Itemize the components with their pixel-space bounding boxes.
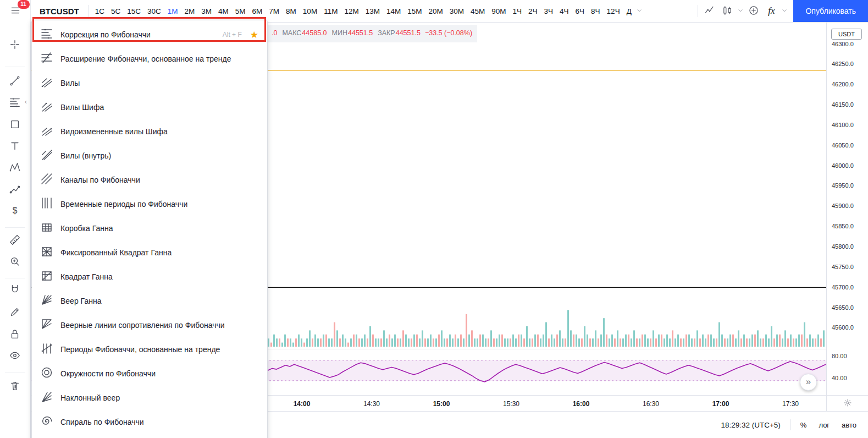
menu-item-label: Коробка Ганна — [60, 224, 113, 233]
tool-drawing-lock[interactable] — [4, 303, 26, 322]
menu-item-sloped-fan[interactable]: Наклонный веер — [32, 386, 267, 410]
timeframe-Д[interactable]: Д — [623, 3, 635, 19]
tool-ruler[interactable] — [4, 231, 26, 250]
gann-box-icon — [40, 221, 53, 236]
timeframe-5М[interactable]: 5М — [232, 3, 249, 19]
menu-item-gann-square-fixed[interactable]: Фиксированный Квадрат Ганна — [32, 240, 267, 265]
timeframe-2Ч[interactable]: 2Ч — [525, 3, 541, 19]
menu-item-fib-retracement[interactable]: Коррекция по ФибоначчиAlt + F★ — [32, 23, 267, 47]
timeframe-7М[interactable]: 7М — [266, 3, 283, 19]
tool-fibonacci[interactable] — [4, 93, 26, 113]
timeframe-11М[interactable]: 11М — [320, 3, 341, 19]
lock-all-icon — [9, 328, 21, 342]
tool-trend-line[interactable] — [4, 72, 26, 91]
timeframe-3Ч[interactable]: 3Ч — [541, 3, 557, 19]
timeframe-13М[interactable]: 13М — [362, 3, 383, 19]
time-axis-label: 17:30 — [782, 400, 799, 408]
timeframe-6М[interactable]: 6М — [249, 3, 266, 19]
menu-item-label: Спираль по Фибоначчи — [60, 418, 144, 426]
tool-xabcd-pattern[interactable] — [4, 158, 26, 178]
menu-item-fib-time-zones[interactable]: Временные периоды по Фибоначчи — [32, 192, 267, 216]
favorite-star-icon[interactable]: ★ — [250, 30, 258, 40]
log-scale-button[interactable]: лог — [812, 421, 836, 429]
top-toolbar: 11 BTCUSDT 1С5С15С30С1М2М3М4М5М6М7М8М10М… — [0, 0, 868, 23]
fib-spiral-icon — [40, 414, 53, 430]
menu-item-modified-schiff-pitchfork[interactable]: Видоизмененные вилы Шифа — [32, 119, 267, 144]
publish-button[interactable]: Опубликовать — [793, 0, 868, 22]
toolbar-separator — [698, 5, 698, 17]
fib-retracement-icon — [40, 27, 53, 42]
indicators-dropdown-arrow[interactable] — [780, 2, 789, 20]
line-chart-style-button[interactable] — [701, 2, 718, 20]
menu-item-fib-channel[interactable]: Каналы по Фибоначчи — [32, 168, 267, 192]
schiff-pitchfork-icon — [40, 100, 53, 115]
timeframe-8М[interactable]: 8М — [283, 3, 300, 19]
menu-item-inside-pitchfork[interactable]: Вилы (внутрь) — [32, 144, 267, 168]
tool-forecast[interactable] — [4, 180, 26, 200]
chart-style-dropdown-arrow[interactable] — [736, 2, 745, 20]
menu-item-trend-based-fib-time[interactable]: Периоды Фибоначчи, основанные на тренде — [32, 337, 267, 362]
ruler-icon — [9, 234, 21, 248]
timeframe-1С[interactable]: 1С — [92, 3, 108, 19]
timeframe-4Ч[interactable]: 4Ч — [556, 3, 572, 19]
timeframe-1М[interactable]: 1М — [164, 3, 181, 19]
tool-long-short-position[interactable]: $ — [4, 201, 26, 221]
timeframe-45М[interactable]: 45М — [467, 3, 488, 19]
tool-trash[interactable] — [4, 376, 26, 396]
menu-item-fib-circles[interactable]: Окружности по Фибоначчи — [32, 362, 267, 386]
modified-schiff-pitchfork-icon — [40, 124, 53, 139]
timeframe-1Ч[interactable]: 1Ч — [510, 3, 526, 19]
timeframe-2М[interactable]: 2М — [181, 3, 198, 19]
tool-text[interactable] — [4, 136, 26, 156]
price-axis-label: 46000.0 — [832, 162, 854, 169]
tool-lock-all[interactable] — [4, 325, 26, 344]
percent-scale-button[interactable]: % — [794, 421, 813, 429]
ohlc-legend: .0 МАКС 44585.0 МИН 44551.5 ЗАКР 44551.5… — [272, 29, 472, 37]
menu-item-gann-square[interactable]: Квадрат Ганна — [32, 265, 267, 289]
timeframe-20М[interactable]: 20М — [425, 3, 446, 19]
candles-style-button[interactable] — [718, 2, 736, 20]
menu-item-pitchfork[interactable]: Вилы — [32, 71, 267, 95]
timeframe-12М[interactable]: 12М — [341, 3, 362, 19]
tool-shapes[interactable] — [4, 115, 26, 135]
menu-item-schiff-pitchfork[interactable]: Вилы Шифа — [32, 95, 267, 119]
axis-settings-corner[interactable] — [826, 396, 868, 412]
timeframe-90М[interactable]: 90М — [488, 3, 509, 19]
menu-item-gann-box[interactable]: Коробка Ганна — [32, 216, 267, 240]
menu-item-label: Фиксированный Квадрат Ганна — [60, 248, 172, 257]
menu-item-fib-extension[interactable]: Расширение Фибоначчи, основанное на трен… — [32, 47, 267, 71]
timeframe-dropdown-arrow[interactable] — [635, 2, 644, 20]
timeframe-30М[interactable]: 30М — [446, 3, 467, 19]
indicators-button[interactable]: fx — [762, 2, 780, 20]
timeframe-5С[interactable]: 5С — [108, 3, 124, 19]
tool-hide-all[interactable] — [4, 346, 26, 366]
menu-item-fib-speed-resistance-fan[interactable]: Веерные линии сопротивления по Фибоначчи — [32, 313, 267, 337]
tool-crosshair[interactable] — [4, 35, 26, 55]
compare-add-button[interactable] — [745, 2, 762, 20]
timeframe-4М[interactable]: 4М — [215, 3, 232, 19]
legend-close-value: 44551.5 — [396, 29, 421, 37]
tool-magnet[interactable] — [4, 281, 26, 300]
menu-item-fib-spiral[interactable]: Спираль по Фибоначчи — [32, 410, 267, 434]
gann-square-icon — [40, 269, 53, 284]
timeframe-10М[interactable]: 10М — [300, 3, 320, 19]
timeframe-15М[interactable]: 15М — [404, 3, 425, 19]
tool-zoom-in[interactable] — [4, 252, 26, 272]
timeframe-8Ч[interactable]: 8Ч — [588, 3, 604, 19]
timeframe-30С[interactable]: 30С — [144, 3, 164, 19]
timeframe-6Ч[interactable]: 6Ч — [572, 3, 588, 19]
timeframe-3М[interactable]: 3М — [198, 3, 215, 19]
symbol-button[interactable]: BTCUSDT — [33, 7, 86, 16]
auto-scale-button[interactable]: авто — [836, 421, 863, 429]
timeframe-15С[interactable]: 15С — [124, 3, 144, 19]
legend-low-value: 44551.5 — [348, 29, 373, 37]
price-axis[interactable]: USDT 46300.046250.046200.046150.046100.0… — [826, 22, 868, 395]
price-axis-label: 46300.0 — [832, 41, 854, 47]
timeframe-14М[interactable]: 14М — [383, 3, 404, 19]
timeframe-12Ч[interactable]: 12Ч — [604, 3, 623, 19]
clock[interactable]: 18:29:32 (UTC+5) — [721, 421, 780, 429]
main-menu-button[interactable]: 11 — [6, 3, 25, 19]
scroll-to-recent-button[interactable]: » — [800, 374, 817, 391]
menu-item-gann-fan[interactable]: Веер Ганна — [32, 289, 267, 313]
chevron-left-icon[interactable]: ‹ — [25, 98, 27, 106]
